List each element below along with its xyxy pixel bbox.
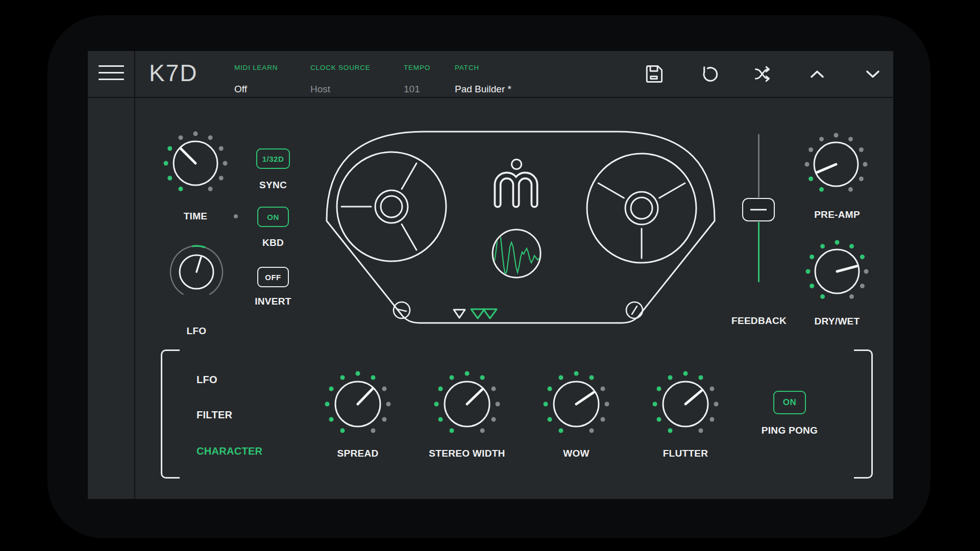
patch-value[interactable]: Pad Builder * [455, 84, 511, 95]
plugin-screenshot: K7D MIDI LEARN Off CLOCK SOURCE Host TEM… [0, 0, 980, 551]
reverse-triangle-2 [483, 309, 497, 318]
invert-button[interactable]: OFF [257, 267, 289, 287]
preamp-knob[interactable] [800, 129, 872, 200]
preamp-knob-label: PRE-AMP [814, 209, 860, 220]
ping-pong-label: PING PONG [762, 425, 818, 436]
chevron-down-icon[interactable] [862, 63, 884, 85]
midi-learn-label: MIDI LEARN [234, 64, 278, 71]
spread-knob-label: SPREAD [337, 448, 379, 459]
menu-icon[interactable] [99, 64, 124, 81]
clock-source-label: CLOCK SOURCE [310, 64, 371, 71]
brand-logo: K7D [149, 60, 198, 86]
wow-knob-label: WOW [563, 448, 590, 459]
sync-button[interactable]: 1/32D [256, 148, 290, 169]
flutter-knob[interactable] [650, 368, 721, 440]
tempo-value[interactable]: 101 [404, 84, 420, 95]
undo-icon[interactable] [699, 63, 722, 85]
ping-pong-button[interactable]: ON [773, 391, 806, 414]
feedback-slider-handle[interactable] [742, 198, 775, 221]
patch-label: PATCH [455, 64, 479, 71]
feedback-label: FEEDBACK [731, 315, 787, 327]
right-screw [626, 302, 643, 318]
spread-knob[interactable] [322, 368, 394, 440]
stereo-width-knob-label: STEREO WIDTH [429, 448, 505, 459]
invert-label: INVERT [255, 296, 291, 307]
lfo-knob-label: LFO [187, 325, 207, 337]
midi-map-dot [234, 214, 238, 218]
left-reel [337, 152, 446, 261]
tape-deck-graphic [316, 128, 725, 332]
play-direction-triangle [454, 310, 465, 318]
section-bracket-right [854, 349, 873, 479]
kbd-label: KBD [262, 237, 284, 248]
tab-lfo[interactable]: LFO [197, 374, 217, 386]
sidebar-divider [134, 51, 135, 499]
plugin-window: K7D MIDI LEARN Off CLOCK SOURCE Host TEM… [88, 51, 893, 499]
time-knob-label: TIME [184, 211, 208, 222]
lfo-knob[interactable] [161, 236, 232, 308]
feedback-track-upper[interactable] [758, 134, 760, 197]
chevron-up-icon[interactable] [806, 63, 828, 85]
reverse-triangle-1 [471, 309, 484, 318]
feedback-track-lower[interactable] [758, 222, 760, 282]
topbar-divider [88, 97, 893, 98]
clock-source-value[interactable]: Host [310, 84, 330, 95]
tab-filter[interactable]: FILTER [197, 409, 232, 421]
drywet-knob-label: DRY/WET [814, 316, 860, 327]
feedback-handle-bar [750, 209, 767, 210]
tape-housing [327, 132, 715, 323]
kbd-button[interactable]: ON [257, 207, 289, 227]
tempo-label: TEMPO [404, 64, 430, 71]
time-knob[interactable] [160, 128, 231, 199]
maker-logo [512, 160, 522, 169]
sync-label: SYNC [259, 180, 287, 191]
flutter-knob-label: FLUTTER [663, 448, 708, 459]
drywet-knob[interactable] [801, 236, 873, 307]
right-reel [587, 154, 696, 263]
randomize-icon[interactable] [752, 63, 775, 85]
waveform-window [493, 230, 541, 278]
wow-knob[interactable] [541, 368, 612, 440]
tab-character[interactable]: CHARACTER [197, 445, 262, 457]
midi-learn-value[interactable]: Off [234, 84, 247, 95]
save-icon[interactable] [643, 63, 665, 85]
section-bracket-left [161, 349, 180, 479]
stereo-width-knob[interactable] [431, 368, 503, 440]
